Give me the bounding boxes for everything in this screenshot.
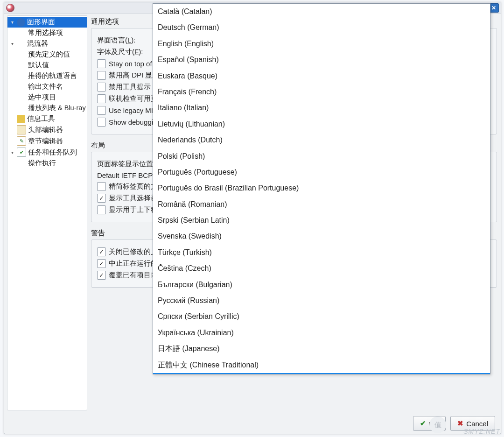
tree-item[interactable]: 选中项目 xyxy=(7,92,87,103)
language-option[interactable]: Italiano (Italian) xyxy=(153,100,490,116)
chevron-down-icon: ▾ xyxy=(9,150,15,155)
tree-item-label: 操作执行 xyxy=(28,159,56,168)
checkbox[interactable] xyxy=(97,118,106,127)
language-option[interactable]: Euskara (Basque) xyxy=(153,68,490,84)
language-option[interactable]: Lietuvių (Lithuanian) xyxy=(153,116,490,132)
globe-icon xyxy=(17,18,25,27)
tree-item-label: 头部编辑器 xyxy=(28,126,63,134)
tree-item-label: 推得的轨道语言 xyxy=(28,71,77,80)
field-label: 界面语言(L): xyxy=(97,36,136,45)
language-option[interactable]: Български (Bulgarian) xyxy=(153,277,490,293)
checkbox-label: 禁用工具提示 xyxy=(109,83,151,92)
language-option[interactable]: Svenska (Swedish) xyxy=(153,228,490,244)
tree-item[interactable]: 常用选择项 xyxy=(7,28,87,38)
language-option[interactable]: Català (Catalan) xyxy=(153,4,490,20)
tree-item[interactable]: 头部编辑器 xyxy=(7,124,87,135)
tree-item[interactable]: ▾混流器 xyxy=(7,38,87,49)
checkbox[interactable] xyxy=(97,182,106,191)
preferences-dialog: ✕ ▾图形界面常用选择项▾混流器预先定义的值默认值推得的轨道语言输出文件名选中项… xyxy=(4,2,501,434)
tree-item-label: 默认值 xyxy=(28,61,49,70)
dialog-footer: ✔ OK ✖ Cancel xyxy=(4,416,501,431)
checkbox[interactable] xyxy=(97,59,106,68)
checkbox[interactable] xyxy=(97,83,106,92)
language-option[interactable]: Deutsch (German) xyxy=(153,20,490,35)
tree-item[interactable]: 输出文件名 xyxy=(7,81,87,92)
tree-item-label: 输出文件名 xyxy=(28,82,63,91)
field-label: 页面标签显示位置: xyxy=(97,160,155,169)
checkbox[interactable] xyxy=(97,259,106,268)
language-option[interactable]: Türkçe (Turkish) xyxy=(153,245,490,261)
cancel-icon: ✖ xyxy=(457,419,463,428)
field-label: 字体及尺寸(F): xyxy=(97,48,143,56)
chevron-down-icon: ▾ xyxy=(9,41,15,46)
language-option[interactable]: Português do Brasil (Brazilian Portugues… xyxy=(153,180,490,196)
language-option[interactable]: Français (French) xyxy=(153,84,490,100)
tree-item[interactable]: 预先定义的值 xyxy=(7,49,87,60)
watermark-badge: 值 xyxy=(429,416,446,433)
mixer-icon xyxy=(17,40,25,48)
head-icon xyxy=(17,125,26,134)
ok-icon: ✔ xyxy=(420,419,426,428)
tree-item-label: 常用选择项 xyxy=(28,28,63,37)
language-option[interactable]: 简体中文 (Chinese Simplified) xyxy=(153,373,490,374)
jobs-icon xyxy=(17,148,26,157)
language-option[interactable]: Čeština (Czech) xyxy=(153,261,490,276)
checkbox[interactable] xyxy=(97,247,106,256)
language-option[interactable]: Српски (Serbian Cyrillic) xyxy=(153,309,490,324)
checkbox[interactable] xyxy=(97,205,106,214)
tree-item[interactable]: 章节编辑器 xyxy=(7,135,87,147)
language-option[interactable]: Română (Romanian) xyxy=(153,197,490,212)
language-option[interactable]: English (English) xyxy=(153,36,490,52)
language-option[interactable]: 正體中文 (Chinese Traditional) xyxy=(153,357,490,373)
app-icon xyxy=(6,4,14,12)
tree-item[interactable]: 推得的轨道语言 xyxy=(7,70,87,81)
checkbox[interactable] xyxy=(97,94,106,103)
tree-item-label: 章节编辑器 xyxy=(28,137,63,146)
checkbox[interactable] xyxy=(97,106,106,115)
info-icon xyxy=(17,115,25,123)
language-option[interactable]: Nederlands (Dutch) xyxy=(153,132,490,148)
tree-item-label: 预先定义的值 xyxy=(28,50,70,59)
language-option[interactable]: Español (Spanish) xyxy=(153,52,490,68)
category-tree[interactable]: ▾图形界面常用选择项▾混流器预先定义的值默认值推得的轨道语言输出文件名选中项目播… xyxy=(7,15,87,410)
tree-item[interactable]: 信息工具 xyxy=(7,113,87,124)
tree-item-label: 选中项目 xyxy=(28,93,56,102)
watermark-text: SMYZ.NET xyxy=(463,428,500,435)
language-option[interactable]: Русский (Russian) xyxy=(153,293,490,309)
checkbox[interactable] xyxy=(97,271,106,280)
tree-item-label: 信息工具 xyxy=(27,114,55,123)
chap-icon xyxy=(17,136,26,146)
chevron-down-icon: ▾ xyxy=(9,20,15,25)
tree-item-label: 播放列表 & Blu-ray xyxy=(28,104,86,113)
tree-item-label: 任务和任务队列 xyxy=(28,148,77,157)
language-option[interactable]: Українська (Ukrainian) xyxy=(153,325,490,341)
tree-item[interactable]: 默认值 xyxy=(7,60,87,70)
tree-item[interactable]: 操作执行 xyxy=(7,158,87,169)
tree-item[interactable]: 播放列表 & Blu-ray xyxy=(7,103,87,113)
language-dropdown-list[interactable]: Català (Catalan)Deutsch (German)English … xyxy=(153,3,490,374)
cancel-button-label: Cancel xyxy=(466,420,488,428)
tree-item-label: 图形界面 xyxy=(27,18,55,27)
checkbox-label: 显示工具选择器 xyxy=(109,194,158,203)
tree-item-label: 混流器 xyxy=(27,39,48,48)
language-option[interactable]: Português (Portuguese) xyxy=(153,164,490,180)
checkbox[interactable] xyxy=(97,194,106,203)
language-option[interactable]: Srpski (Serbian Latin) xyxy=(153,212,490,228)
tree-item[interactable]: ▾图形界面 xyxy=(7,17,87,28)
checkbox[interactable] xyxy=(97,71,106,80)
tree-item[interactable]: ▾任务和任务队列 xyxy=(7,147,87,158)
language-option[interactable]: 日本語 (Japanese) xyxy=(153,341,490,357)
language-option[interactable]: Polski (Polish) xyxy=(153,148,490,164)
